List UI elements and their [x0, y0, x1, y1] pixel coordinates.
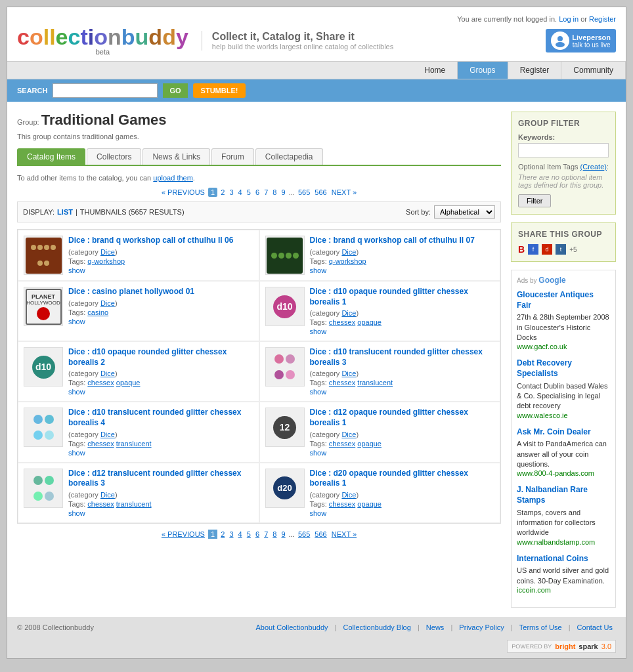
not-logged-in-text: You are currently not logged in. [457, 15, 557, 23]
footer-privacy[interactable]: Privacy Policy [459, 623, 504, 631]
item-title[interactable]: Dice : d10 translucent rounded glitter c… [68, 408, 253, 428]
go-button[interactable]: GO [163, 83, 187, 98]
keywords-label: Keywords: [518, 133, 609, 141]
item-thumbnail: d20 [265, 469, 305, 508]
prev-page-top[interactable]: « PREVIOUS [162, 188, 205, 196]
item-title[interactable]: Dice : d12 translucent rounded glitter c… [68, 469, 253, 489]
prev-page-bottom[interactable]: « PREVIOUS [162, 530, 205, 538]
copyright: © 2008 Collectionbuddy [17, 623, 94, 631]
sort-dropdown[interactable]: Alphabetical Date Added Most Viewed [434, 205, 495, 219]
liveperson-widget[interactable]: Liveperson talk to us live [546, 29, 616, 52]
group-description: This group contains traditional games. [17, 133, 501, 140]
group-heading: Group: Traditional Games [17, 112, 501, 129]
display-list-btn[interactable]: LIST [57, 208, 73, 216]
stumble-button[interactable]: STUMBLE! [193, 83, 246, 98]
item-tags: Tags: chessex opaque [310, 318, 495, 326]
optional-tags-label: Optional Item Tags (Create): [518, 163, 609, 171]
group-title: Traditional Games [41, 112, 167, 128]
ad-link[interactable]: Gloucester Antiques Fair [517, 290, 610, 310]
share-icon-3[interactable]: t [556, 244, 566, 255]
share-icon-2[interactable]: d [542, 244, 552, 255]
table-row: Dice : brand q workshop call of cthulhu … [259, 230, 501, 281]
table-row: 12 Dice : d12 opaque rounded glitter che… [259, 402, 501, 462]
tab-forum[interactable]: Forum [211, 148, 254, 165]
item-category: (category Dice) [310, 369, 495, 377]
item-title[interactable]: Dice : casino planet hollywood 01 [68, 287, 253, 297]
site-logo[interactable]: collectionbuddy beta [17, 26, 188, 56]
item-title[interactable]: Dice : d10 opaque rounded glitter chesse… [68, 347, 253, 368]
sidebar: GROUP FILTER Keywords: Optional Item Tag… [511, 112, 616, 608]
footer-blog[interactable]: Collectionbuddy Blog [343, 623, 411, 631]
nav-community[interactable]: Community [561, 62, 626, 79]
footer-news[interactable]: News [426, 623, 445, 631]
tab-collectors[interactable]: Collectors [87, 148, 141, 165]
ad-item: International Coins US and world silver … [517, 554, 610, 594]
item-info: Dice : d12 opaque rounded glitter chesse… [310, 408, 495, 456]
main-content: Group: Traditional Games This group cont… [17, 112, 501, 608]
next-page-bottom[interactable]: NEXT » [332, 530, 357, 538]
pagination-bottom: « PREVIOUS 1 2 3 4 5 6 7 8 9 ... 565 566… [17, 530, 501, 538]
item-tags: Tags: q-workshop [68, 257, 253, 265]
item-category: (category Dice) [68, 299, 253, 307]
share-title: SHARE THIS GROUP [518, 230, 609, 239]
filter-button[interactable]: Filter [518, 194, 551, 207]
footer-terms[interactable]: Terms of Use [519, 623, 562, 631]
item-title[interactable]: Dice : d12 opaque rounded glitter chesse… [310, 408, 495, 428]
item-tags: Tags: chessex opaque [68, 379, 253, 387]
item-category: (category Dice) [68, 248, 253, 256]
ad-item: Gloucester Antiques Fair 27th & 28th Sep… [517, 290, 610, 350]
tab-catalog-items[interactable]: Catalog Items [17, 148, 85, 165]
nav-register[interactable]: Register [508, 62, 562, 79]
nav-groups[interactable]: Groups [458, 62, 508, 79]
item-info: Dice : d10 opaque rounded glitter chesse… [68, 347, 253, 396]
item-show[interactable]: show [68, 449, 253, 457]
ads-panel: Ads by Google Gloucester Antiques Fair 2… [511, 270, 616, 608]
footer-about[interactable]: About Collectionbuddy [255, 623, 328, 631]
table-row: Dice : d12 translucent rounded glitter c… [18, 463, 259, 523]
pagination-top: « PREVIOUS 1 2 3 4 5 6 7 8 9 ... 565 566… [17, 188, 501, 196]
tab-collectapedia[interactable]: Collectapedia [255, 148, 323, 165]
tagline-sub: help build the worlds largest online cat… [212, 43, 393, 51]
display-thumbnails-label: THUMBNAILS (5657 RESULTS) [80, 208, 185, 216]
register-link-top[interactable]: Register [589, 15, 616, 23]
ad-item: Ask Mr. Coin Dealer A visit to PandaAmer… [517, 427, 610, 478]
item-show[interactable]: show [310, 388, 495, 396]
item-thumbnail [265, 236, 305, 275]
keywords-input[interactable] [518, 143, 609, 158]
ad-url: iccoin.com [517, 586, 610, 594]
item-show[interactable]: show [310, 327, 495, 335]
next-page-top[interactable]: NEXT » [332, 188, 357, 196]
item-title[interactable]: Dice : d10 translucent rounded glitter c… [310, 347, 495, 368]
ad-url: www.walesco.ie [517, 411, 610, 419]
item-title[interactable]: Dice : brand q workshop call of cthulhu … [310, 236, 495, 246]
item-show[interactable]: show [310, 266, 495, 274]
item-title[interactable]: Dice : d10 opaque rounded glitter chesse… [310, 287, 495, 307]
ad-link[interactable]: Ask Mr. Coin Dealer [517, 427, 610, 438]
ad-link[interactable]: International Coins [517, 554, 610, 564]
upload-link[interactable]: upload them [153, 174, 193, 182]
login-link[interactable]: Log in [559, 15, 578, 23]
footer-contact[interactable]: Contact Us [577, 623, 613, 631]
tab-news-links[interactable]: News & Links [142, 148, 210, 165]
share-icon-1[interactable]: f [528, 244, 538, 255]
item-show[interactable]: show [68, 266, 253, 274]
item-title[interactable]: Dice : d20 opaque rounded glitter chesse… [310, 469, 495, 489]
ad-item: Debt Recovery Specialists Contact Dublin… [517, 358, 610, 419]
item-show[interactable]: show [68, 318, 253, 326]
create-tag-link[interactable]: (Create) [580, 163, 607, 171]
item-title[interactable]: Dice : brand q workshop call of cthulhu … [68, 236, 253, 246]
nav-home[interactable]: Home [412, 62, 458, 79]
ads-title: Ads by Google [517, 276, 610, 285]
item-show[interactable]: show [310, 509, 495, 517]
group-prefix: Group: [17, 118, 39, 126]
ad-url: www.800-4-pandas.com [517, 469, 610, 477]
ad-link[interactable]: J. Nalbandian Rare Stamps [517, 485, 610, 505]
search-input[interactable] [53, 83, 158, 98]
table-row: Dice : d10 translucent rounded glitter c… [18, 402, 259, 462]
table-row: Dice : brand q workshop call of cthulhu … [18, 230, 259, 281]
item-show[interactable]: show [68, 388, 253, 396]
ad-text: Contact Dublin based Wales & Co. Special… [517, 381, 610, 411]
item-show[interactable]: show [310, 449, 495, 457]
ad-link[interactable]: Debt Recovery Specialists [517, 358, 610, 379]
item-show[interactable]: show [68, 509, 253, 517]
